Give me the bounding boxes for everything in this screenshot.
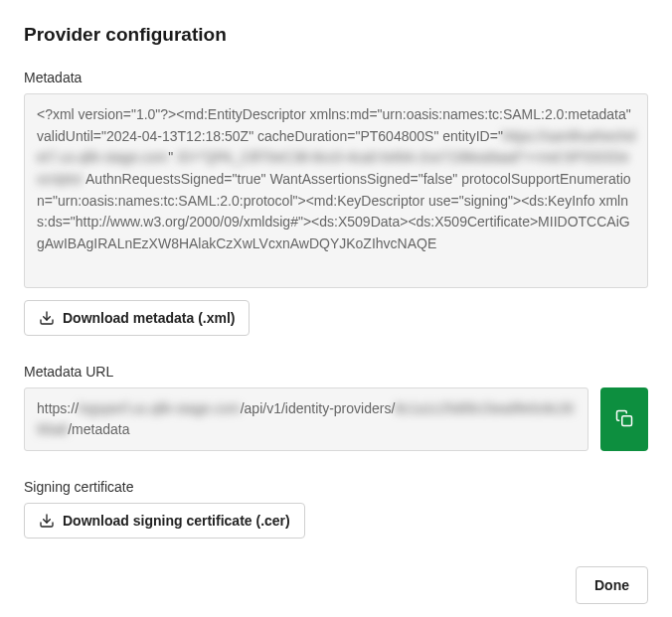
url-prefix: https:// <box>37 400 79 416</box>
metadata-xml-part2: " <box>168 149 177 165</box>
copy-icon <box>615 409 633 430</box>
metadata-label: Metadata <box>24 70 648 85</box>
download-metadata-label: Download metadata (.xml) <box>63 310 235 326</box>
metadata-section: Metadata <?xml version="1.0"?><md:Entity… <box>24 70 648 336</box>
signing-cert-section: Signing certificate Download signing cer… <box>24 479 648 539</box>
url-mid: /api/v1/identity-providers/ <box>241 400 396 416</box>
download-signing-cert-button[interactable]: Download signing certificate (.cer) <box>24 503 305 539</box>
download-icon <box>39 310 55 326</box>
url-suffix: /metadata <box>68 421 129 437</box>
copy-url-button[interactable] <box>600 387 648 451</box>
signing-cert-label: Signing certificate <box>24 479 648 495</box>
page-title: Provider configuration <box>24 24 648 46</box>
svg-rect-1 <box>622 415 632 425</box>
done-button[interactable]: Done <box>576 566 648 604</box>
url-redacted-host: logsperf.us.qlik-stage.com <box>79 400 241 416</box>
download-signing-cert-label: Download signing certificate (.cer) <box>63 513 290 529</box>
download-metadata-button[interactable]: Download metadata (.xml) <box>24 300 250 336</box>
metadata-xml-part3: AuthnRequestsSigned="true" WantAssertion… <box>37 171 631 251</box>
metadata-url-box[interactable]: https://logsperf.us.qlik-stage.com/api/v… <box>24 387 588 451</box>
metadata-url-section: Metadata URL https://logsperf.us.qlik-st… <box>24 364 648 451</box>
metadata-url-label: Metadata URL <box>24 364 648 380</box>
metadata-xml-box[interactable]: <?xml version="1.0"?><md:EntityDescripto… <box>24 93 648 288</box>
footer: Done <box>24 566 648 604</box>
download-icon <box>39 513 55 529</box>
